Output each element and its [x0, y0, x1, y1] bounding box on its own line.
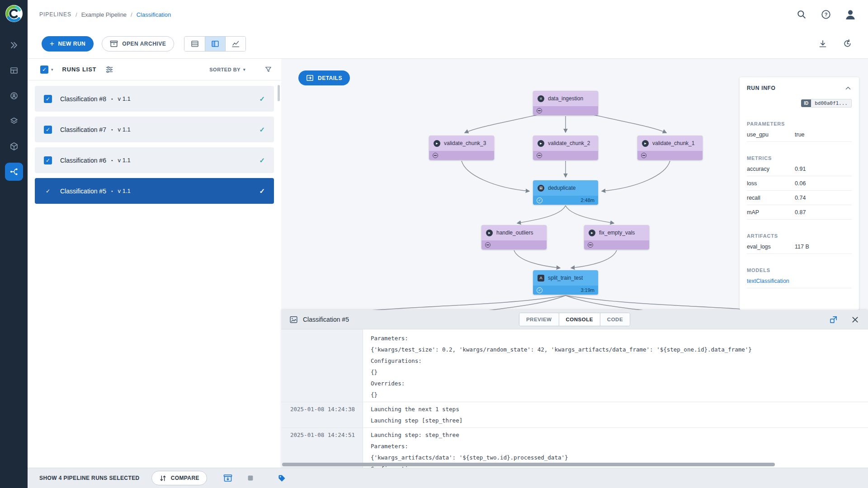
pipeline-step-node[interactable]: ▸ validate_chunk_1 [637, 136, 703, 160]
help-icon[interactable]: ? [820, 9, 832, 20]
run-checkbox[interactable]: ✓ [44, 95, 52, 103]
table-view-icon[interactable] [184, 37, 205, 51]
new-run-button[interactable]: + NEW RUN [42, 36, 94, 52]
run-checkbox[interactable]: ✓ [44, 126, 52, 134]
pipeline-toolbar: + NEW RUN OPEN ARCHIVE [28, 29, 868, 59]
run-id-value[interactable]: bd00a0f1... [811, 99, 852, 108]
view-toggle-group [184, 36, 246, 52]
chevron-up-icon[interactable] [844, 84, 852, 92]
run-status-check-icon: ✓ [259, 156, 265, 164]
abort-icon[interactable] [245, 473, 256, 483]
info-section-title: PARAMETERS [747, 121, 852, 127]
nav-workers-icon[interactable] [5, 87, 23, 105]
details-label: DETAILS [318, 75, 342, 81]
breadcrumb-pipelines[interactable]: PIPELINES [39, 11, 71, 18]
console-tab[interactable]: PREVIEW [519, 313, 559, 326]
log-line: {} [371, 389, 752, 400]
compare-icon [159, 474, 167, 482]
step-name: split_train_test [548, 275, 583, 281]
search-icon[interactable] [796, 9, 807, 20]
run-name: Classification #7 [60, 126, 106, 133]
preview-window-icon [289, 316, 298, 324]
run-status-check-icon: ✓ [259, 187, 265, 195]
selection-status-text: SHOW 4 PIPELINE RUNS SELECTED [39, 475, 140, 481]
user-avatar-icon[interactable] [844, 9, 856, 20]
info-value: 0.91 [795, 166, 806, 172]
clearml-logo[interactable] [5, 5, 23, 23]
console-hscrollbar[interactable] [282, 463, 775, 466]
expand-icon[interactable] [828, 314, 838, 324]
info-section-title: ARTIFACTS [747, 233, 852, 239]
info-key: eval_logs [747, 244, 795, 250]
step-type-icon: ▸ [486, 230, 493, 236]
run-checkbox[interactable]: ✓ [44, 187, 52, 195]
log-timestamp: 2025-01-08 14:24:38 [281, 402, 363, 427]
info-section: PARAMETERS use_gpu true [747, 121, 852, 142]
filter-icon[interactable] [264, 66, 272, 73]
info-value: 0.74 [795, 195, 806, 201]
download-icon[interactable] [817, 38, 828, 49]
nav-datasets-icon[interactable] [5, 112, 23, 130]
compare-button[interactable]: COMPARE [151, 471, 207, 485]
runs-list-scrollbar[interactable] [278, 85, 280, 101]
step-duration: 3:19m [580, 287, 594, 293]
run-list-item[interactable]: ✓ Classification #6 ● v 1.1 ✓ [35, 147, 274, 173]
breadcrumb-project[interactable]: Example Pipeline [81, 11, 127, 18]
run-checkbox[interactable]: ✓ [44, 156, 52, 164]
step-type-icon: ▸ [589, 230, 595, 236]
sidebar-nav [5, 36, 23, 181]
archive-selected-icon[interactable] [222, 473, 233, 483]
caret-down-icon[interactable]: ▾ [51, 67, 53, 72]
details-button[interactable]: DETAILS [298, 70, 350, 85]
info-section: ARTIFACTS eval_logs 117 B [747, 233, 852, 254]
step-completed-icon: ✓ [537, 287, 542, 293]
pipeline-step-node[interactable]: A split_train_test ✓ 3:19m [533, 270, 598, 295]
runs-list-title: RUNS LIST [62, 66, 97, 73]
nav-pipelines-icon[interactable] [5, 163, 23, 181]
pipeline-step-node[interactable]: ≡ data_ingestion [533, 91, 598, 115]
pipeline-step-node[interactable]: ⊞ deduplicate ✓ 2:48m [533, 180, 598, 205]
compare-label: COMPARE [171, 475, 199, 481]
info-key[interactable]: textClassification [747, 278, 795, 284]
log-line: Launching step [step_three] [371, 415, 462, 426]
info-row: use_gpu true [747, 127, 852, 142]
select-all-checkbox[interactable]: ✓ [40, 66, 48, 74]
step-name: deduplicate [548, 185, 576, 191]
caret-down-icon: ▾ [243, 67, 245, 72]
step-name: validate_chunk_3 [444, 140, 486, 146]
run-list-item[interactable]: ✓ Classification #5 ● v 1.1 ✓ [35, 178, 274, 204]
run-list-item[interactable]: ✓ Classification #8 ● v 1.1 ✓ [35, 86, 274, 112]
info-value: 0.87 [795, 209, 806, 216]
console-log-entry: 2025-01-08 14:24:51 Launching step: step… [281, 427, 868, 468]
info-section: MODELS textClassification [747, 267, 852, 288]
log-line: Configurations: [371, 355, 752, 366]
nav-launch-icon[interactable] [5, 36, 23, 54]
info-section-title: METRICS [747, 155, 852, 161]
sort-by-label: SORTED BY [209, 67, 241, 72]
tag-icon[interactable] [277, 473, 288, 483]
nav-projects-icon[interactable] [5, 137, 23, 155]
console-run-title: Classification #5 [303, 316, 349, 323]
sort-by-dropdown[interactable]: SORTED BY ▾ [209, 67, 245, 72]
console-log-entry: Parameters:{'kwargs/test_size': 0.2, 'kw… [281, 331, 868, 402]
tune-icon[interactable] [105, 66, 113, 74]
console-tab[interactable]: CODE [600, 313, 630, 326]
console-hscrollbar-track [281, 463, 868, 466]
run-list-item[interactable]: ✓ Classification #7 ● v 1.1 ✓ [35, 117, 274, 142]
pipeline-step-node[interactable]: ▸ handle_outliers [481, 225, 547, 249]
console-tab[interactable]: CONSOLE [558, 313, 599, 326]
close-icon[interactable] [850, 314, 860, 324]
pipeline-step-node[interactable]: ▸ fix_empty_vals [584, 225, 649, 249]
chart-view-icon[interactable] [225, 37, 245, 51]
run-info-title: RUN INFO [747, 85, 776, 91]
plus-icon: + [50, 40, 54, 47]
step-cached-icon [485, 242, 491, 248]
nav-dashboard-icon[interactable] [5, 61, 23, 80]
pipeline-step-node[interactable]: ▸ validate_chunk_3 [429, 136, 494, 160]
log-timestamp: 2025-01-08 14:24:51 [281, 428, 363, 468]
pipeline-step-node[interactable]: ▸ validate_chunk_2 [533, 136, 598, 160]
split-view-icon[interactable] [205, 37, 225, 51]
open-archive-button[interactable]: OPEN ARCHIVE [102, 36, 174, 52]
auto-refresh-icon[interactable] [842, 38, 853, 49]
id-badge: ID [801, 99, 811, 107]
